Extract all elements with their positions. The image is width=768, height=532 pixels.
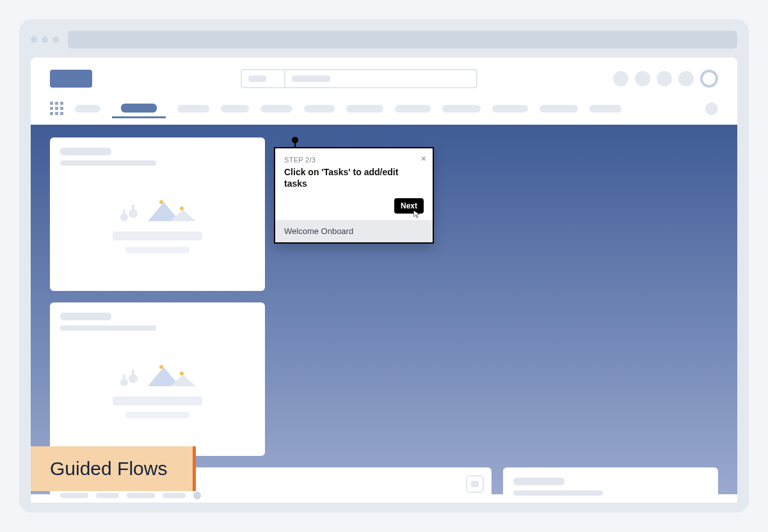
card-expand-button[interactable]	[466, 475, 484, 493]
image-placeholder	[513, 496, 708, 503]
feature-label: Guided Flows	[31, 446, 196, 491]
card-subtitle-placeholder	[513, 490, 603, 496]
nav-tab[interactable]	[177, 105, 209, 113]
app-header	[31, 58, 737, 95]
svg-rect-14	[132, 370, 134, 377]
address-bar[interactable]	[68, 31, 737, 49]
nav-tab[interactable]	[442, 105, 481, 113]
header-actions	[613, 70, 718, 88]
svg-point-10	[180, 207, 184, 210]
svg-rect-4	[123, 210, 125, 216]
nav-overflow-icon[interactable]	[705, 102, 718, 115]
svg-rect-12	[123, 375, 125, 381]
card-subtitle-placeholder	[60, 325, 156, 331]
next-button-label: Next	[401, 201, 417, 210]
nav-tab[interactable]	[540, 105, 578, 113]
search-group	[241, 69, 477, 88]
window-dot[interactable]	[31, 36, 37, 43]
nav-tab[interactable]	[221, 105, 249, 113]
tooltip-pointer	[294, 141, 296, 148]
side-card	[50, 302, 265, 456]
card-title-placeholder	[513, 478, 564, 485]
chart-filter-chip[interactable]	[163, 493, 186, 498]
card-subtitle-placeholder	[60, 160, 156, 166]
tooltip-step-label: STEP 2/3	[284, 156, 424, 164]
nav-tab[interactable]	[492, 105, 528, 113]
window-dot[interactable]	[42, 36, 48, 43]
search-scope-select[interactable]	[241, 69, 285, 88]
tooltip-message: Click on 'Tasks' to add/edit tasks	[284, 166, 424, 189]
chart-filter-chip[interactable]	[193, 492, 201, 499]
header-action-icon[interactable]	[678, 71, 694, 86]
tooltip-footer: Welcome Onboard	[275, 220, 433, 242]
svg-point-9	[159, 200, 163, 204]
guided-tooltip: × STEP 2/3 Click on 'Tasks' to add/edit …	[274, 147, 434, 244]
chart-filter-chip[interactable]	[96, 493, 119, 498]
svg-rect-6	[132, 205, 134, 212]
nav-tab[interactable]	[75, 105, 100, 113]
nav-tab[interactable]	[395, 105, 431, 113]
nav-tab[interactable]	[304, 105, 335, 113]
apps-grid-icon[interactable]	[50, 102, 63, 115]
close-icon[interactable]: ×	[421, 153, 426, 164]
card-title-placeholder	[60, 148, 111, 155]
svg-point-18	[180, 372, 184, 375]
nav-tab[interactable]	[260, 105, 292, 113]
image-placeholder	[60, 166, 255, 281]
bottom-card	[503, 467, 718, 503]
logo[interactable]	[50, 70, 92, 88]
nav-tabs	[31, 95, 737, 125]
nav-tab-active[interactable]	[112, 98, 166, 118]
header-action-icon[interactable]	[613, 71, 628, 86]
side-card	[50, 137, 265, 291]
browser-chrome-bar	[31, 31, 737, 49]
window-controls	[31, 36, 59, 43]
chart-filter-chip[interactable]	[60, 493, 88, 498]
header-action-icon[interactable]	[635, 71, 650, 86]
window-dot[interactable]	[52, 36, 59, 43]
nav-tab[interactable]	[589, 105, 621, 113]
image-placeholder	[60, 331, 255, 446]
next-button[interactable]: Next	[394, 198, 424, 214]
browser-frame: × STEP 2/3 Click on 'Tasks' to add/edit …	[19, 19, 749, 513]
header-action-icon[interactable]	[657, 71, 672, 86]
app-window: × STEP 2/3 Click on 'Tasks' to add/edit …	[31, 58, 737, 503]
nav-tab[interactable]	[346, 105, 383, 113]
cursor-icon	[412, 210, 421, 219]
chart-filter-chip[interactable]	[127, 493, 155, 498]
avatar[interactable]	[700, 70, 718, 88]
search-input[interactable]	[285, 69, 477, 88]
card-title-placeholder	[60, 313, 111, 320]
svg-point-17	[159, 365, 163, 369]
